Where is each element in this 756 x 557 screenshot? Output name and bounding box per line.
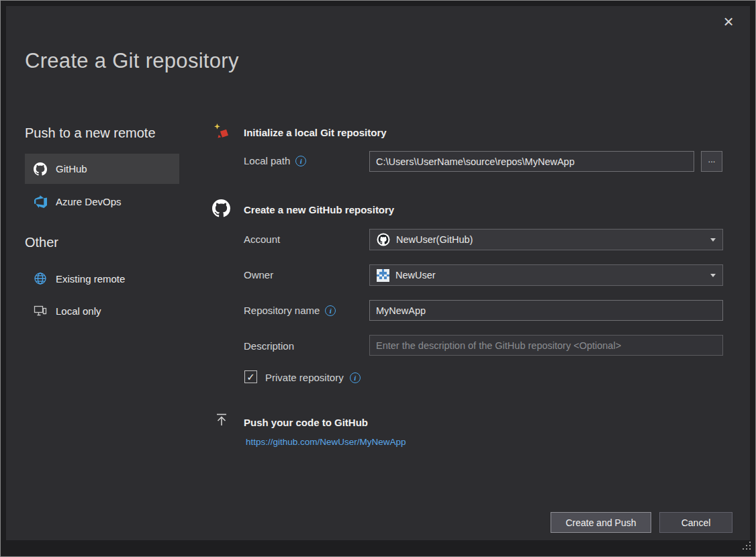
account-label: Account (244, 234, 280, 245)
github-section-title: Create a new GitHub repository (244, 204, 394, 215)
sidebar-item-label: Azure DevOps (56, 196, 122, 207)
repository-name-input[interactable] (369, 300, 723, 321)
repository-name-label: Repository name i (244, 305, 336, 316)
chevron-down-icon (710, 274, 716, 277)
check-icon: ✓ (246, 372, 255, 382)
local-path-label-text: Local path (244, 155, 290, 166)
private-repository-label: Private repository i (265, 372, 361, 383)
description-label: Description (244, 340, 294, 352)
azure-devops-icon (33, 195, 48, 208)
repository-name-label-text: Repository name (244, 305, 320, 316)
cancel-button[interactable]: Cancel (659, 512, 733, 533)
sidebar-item-local-only[interactable]: Local only (25, 297, 179, 325)
repository-url-link[interactable]: https://github.com/NewUser/MyNewApp (246, 437, 406, 447)
github-icon (33, 162, 48, 176)
info-icon-private-repository[interactable]: i (350, 372, 361, 383)
sidebar-item-label: GitHub (56, 163, 87, 174)
init-section-title: Initialize a local Git repository (244, 127, 387, 138)
sidebar-item-label: Local only (56, 305, 101, 317)
sidebar-item-github[interactable]: GitHub (25, 154, 179, 184)
chevron-down-icon (710, 238, 716, 242)
description-input[interactable] (369, 335, 723, 356)
owner-label-text: Owner (244, 269, 273, 281)
globe-icon (33, 272, 48, 285)
sidebar-item-existing-remote[interactable]: Existing remote (25, 264, 179, 293)
account-dropdown[interactable]: NewUser(GitHub) (369, 229, 723, 250)
sidebar-item-label: Existing remote (56, 273, 125, 285)
browse-button[interactable]: ... (701, 151, 722, 172)
private-repository-label-text: Private repository (265, 372, 344, 383)
create-git-repository-dialog: × Create a Git repository Push to a new … (0, 0, 756, 557)
push-section-title: Push your code to GitHub (244, 417, 368, 428)
private-repository-checkbox[interactable]: ✓ (244, 370, 257, 383)
page-title: Create a Git repository (25, 49, 239, 73)
sidebar-item-azure-devops[interactable]: Azure DevOps (25, 187, 179, 217)
owner-value: NewUser (395, 270, 436, 281)
owner-dropdown[interactable]: NewUser (369, 264, 723, 286)
info-icon-repository-name[interactable]: i (325, 305, 336, 316)
info-icon-local-path[interactable]: i (295, 156, 306, 166)
account-value: NewUser(GitHub) (396, 234, 473, 245)
create-and-push-button[interactable]: Create and Push (551, 512, 651, 533)
sidebar-heading-push-to-new-remote: Push to a new remote (25, 125, 156, 141)
github-icon (212, 199, 230, 217)
computer-icon (33, 304, 48, 317)
upload-icon (214, 412, 229, 427)
owner-identicon-avatar (377, 269, 389, 282)
resize-grip[interactable] (742, 541, 752, 554)
close-button[interactable]: × (716, 10, 741, 33)
sidebar-heading-other: Other (25, 235, 58, 250)
account-label-text: Account (244, 234, 280, 245)
github-avatar-icon (377, 233, 390, 246)
description-label-text: Description (244, 340, 294, 352)
init-repo-icon (213, 123, 230, 140)
local-path-input[interactable] (369, 151, 694, 172)
local-path-label: Local path i (244, 155, 306, 166)
owner-label: Owner (244, 269, 273, 281)
